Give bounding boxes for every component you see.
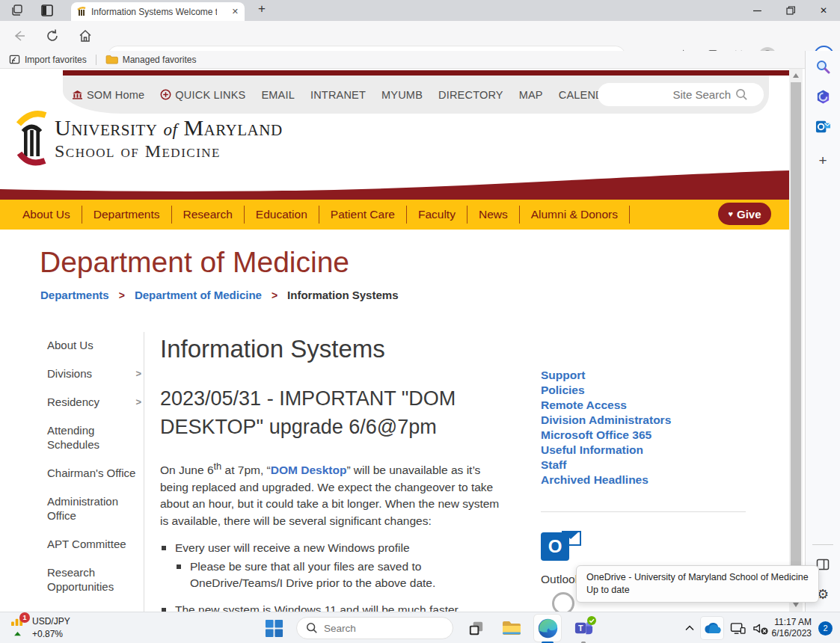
workspaces-icon[interactable]: [10, 4, 24, 17]
window-restore-button[interactable]: [774, 0, 807, 21]
left-nav-administration-office[interactable]: Administration Office: [47, 494, 141, 523]
site-search-box[interactable]: [598, 83, 764, 106]
quick-link-remote-access[interactable]: Remote Access: [541, 398, 750, 413]
main-nav-research[interactable]: Research: [172, 206, 245, 224]
scroll-up-arrow-icon[interactable]: [793, 73, 799, 78]
microsoft-teams-button[interactable]: T: [570, 615, 597, 642]
refresh-icon[interactable]: [45, 28, 60, 43]
managed-favorites-folder[interactable]: Managed favorites: [105, 55, 197, 65]
utility-nav-som-home[interactable]: SOM Home: [72, 89, 144, 101]
utility-nav-myumb[interactable]: MYUMB: [381, 89, 423, 101]
breadcrumb-separator: >: [119, 289, 125, 301]
quick-link-useful-information[interactable]: Useful Information: [541, 443, 750, 458]
breadcrumb-separator: >: [272, 289, 278, 301]
utility-nav-map[interactable]: MAP: [519, 89, 543, 101]
window-minimize-button[interactable]: [741, 0, 773, 21]
onedrive-tooltip-title: OneDrive - University of Maryland School…: [586, 571, 809, 584]
article-bullet-list: Every user will receive a new Windows pr…: [160, 540, 506, 612]
page-scrollbar[interactable]: [789, 69, 803, 612]
quick-link-division-administrators[interactable]: Division Administrators: [541, 413, 750, 428]
utility-nav-email[interactable]: EMAIL: [261, 89, 295, 101]
onedrive-tooltip: OneDrive - University of Maryland School…: [576, 565, 819, 603]
quick-link-archived-headlines[interactable]: Archived Headlines: [541, 473, 750, 487]
home-icon[interactable]: [78, 28, 93, 43]
start-button[interactable]: [260, 615, 287, 642]
tab-actions-menu-icon[interactable]: [40, 4, 54, 17]
taskbar-clock[interactable]: 11:17 AM 6/16/2023: [772, 617, 812, 639]
left-nav-about-us[interactable]: About Us: [47, 338, 141, 352]
file-explorer-button[interactable]: [498, 615, 525, 642]
utility-nav-intranet[interactable]: INTRANET: [310, 89, 366, 101]
sidebar-search-icon[interactable]: [815, 58, 831, 75]
dom-desktop-link[interactable]: DOM Desktop: [271, 464, 347, 476]
tab-close-icon[interactable]: ✕: [232, 7, 239, 16]
outlook-icon: O: [541, 531, 584, 567]
import-favorites-button[interactable]: Import favorites: [9, 54, 87, 65]
main-nav-patient-care[interactable]: Patient Care: [319, 206, 407, 224]
chevron-right-icon: >: [135, 366, 141, 381]
widget-badge: 1: [19, 612, 30, 623]
new-tab-button[interactable]: +: [253, 1, 271, 16]
sidebar-microsoft365-icon[interactable]: [815, 88, 831, 105]
volume-muted-tray-icon[interactable]: [752, 623, 765, 634]
article-heading: Information Systems: [160, 335, 506, 363]
breadcrumb: Departments > Department of Medicine > I…: [40, 289, 398, 301]
back-icon[interactable]: [12, 28, 27, 43]
main-nav-about-us[interactable]: About Us: [11, 206, 82, 224]
display-tray-icon[interactable]: [730, 622, 746, 635]
quick-link-microsoft-office-365[interactable]: Microsoft Office 365: [541, 428, 750, 443]
left-nav-residency[interactable]: Residency>: [47, 395, 141, 409]
utility-nav-directory[interactable]: DIRECTORY: [438, 89, 503, 101]
sub-bullet-item: Please be sure that all your files are s…: [175, 559, 506, 592]
give-button[interactable]: ♥ Give: [718, 203, 771, 225]
main-nav-departments[interactable]: Departments: [82, 206, 172, 224]
sidebar-outlook-icon[interactable]: [815, 118, 831, 135]
webpage-viewport: SOM Home QUICK LINKS EMAIL INTRANET MYUM…: [0, 69, 803, 612]
main-nav-education[interactable]: Education: [245, 206, 319, 224]
notification-count-badge[interactable]: 2: [818, 621, 833, 636]
teams-status-check-icon: [587, 616, 596, 625]
breadcrumb-current: Information Systems: [287, 289, 398, 301]
utility-nav-quick-links[interactable]: QUICK LINKS: [160, 89, 245, 101]
microsoft-edge-button[interactable]: [534, 615, 561, 642]
tab-title: Information Systems Welcome to: [91, 7, 217, 17]
browser-tab[interactable]: Information Systems Welcome to ✕: [71, 2, 245, 21]
quick-link-staff[interactable]: Staff: [541, 458, 750, 473]
superscript: th: [214, 461, 222, 472]
sidebar-add-icon[interactable]: +: [815, 153, 831, 169]
onedrive-tray-icon[interactable]: [701, 617, 723, 639]
breadcrumb-department-of-medicine[interactable]: Department of Medicine: [135, 289, 262, 301]
window-close-button[interactable]: ✕: [807, 0, 840, 21]
site-search-input[interactable]: [608, 88, 735, 101]
widget-change: +0.87%: [32, 629, 63, 639]
main-nav-alumni-donors[interactable]: Alumni & Donors: [520, 206, 630, 224]
umsom-logo[interactable]: University of Maryland School of Medicin…: [16, 108, 283, 168]
quick-link-support[interactable]: Support: [541, 368, 750, 383]
article-paragraph: On June 6th at 7pm, “DOM Desktop” will b…: [160, 458, 506, 529]
section-left-nav: About Us Divisions> Residency> Attending…: [47, 338, 141, 608]
widget-finance-icon: 1: [7, 615, 27, 627]
heart-icon: ♥: [728, 209, 733, 218]
taskbar-search-box[interactable]: [296, 617, 453, 639]
favorites-bar: Import favorites Managed favorites: [0, 51, 805, 69]
taskbar-widget[interactable]: 1 USD/JPY +0.87%: [7, 615, 70, 640]
left-nav-research-opportunities[interactable]: Research Opportunities: [47, 565, 141, 594]
left-nav-attending-schedules[interactable]: Attending Schedules: [47, 423, 141, 452]
left-nav-divisions[interactable]: Divisions>: [47, 366, 141, 381]
main-nav-news[interactable]: News: [467, 206, 520, 224]
taskbar-search-input[interactable]: [324, 623, 436, 634]
tray-show-hidden-icons-chevron[interactable]: [685, 625, 694, 631]
widget-symbol: USD/JPY: [32, 616, 70, 627]
taskbar: 1 USD/JPY +0.87%: [0, 612, 840, 643]
quick-links-panel: Support Policies Remote Access Division …: [541, 368, 750, 487]
quick-link-policies[interactable]: Policies: [541, 383, 750, 398]
quick-links-divider: [541, 511, 746, 512]
task-view-button[interactable]: [462, 615, 489, 642]
breadcrumb-departments[interactable]: Departments: [40, 289, 109, 301]
scrollbar-thumb[interactable]: [791, 82, 801, 585]
scroll-down-arrow-icon[interactable]: [793, 603, 799, 607]
left-nav-apt-committee[interactable]: APT Committee: [47, 537, 141, 551]
main-nav-faculty[interactable]: Faculty: [407, 206, 467, 224]
article: Information Systems 2023/05/31 - IMPORTA…: [160, 335, 506, 612]
left-nav-chairmans-office[interactable]: Chairman's Office: [47, 466, 141, 480]
